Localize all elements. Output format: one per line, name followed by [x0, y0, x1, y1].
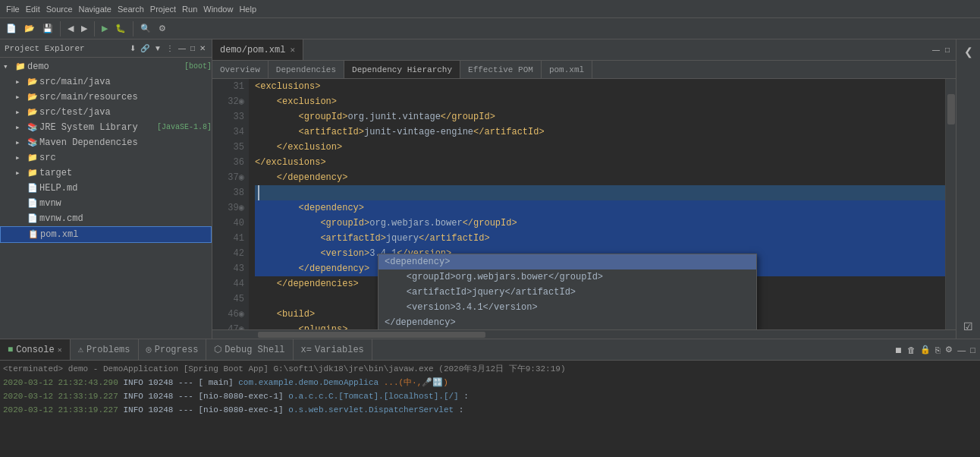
pom-tab-pom-xml[interactable]: pom.xml [542, 61, 592, 78]
console-tab-problems[interactable]: ⚠ Problems [71, 339, 139, 360]
console-tab-variables[interactable]: x= Variables [294, 339, 372, 360]
class-3: o.s.web.servlet.DispatcherServlet [288, 405, 458, 414]
tree-item-src-test-java[interactable]: ▸ 📂 src/test/java [0, 105, 212, 120]
autocomplete-item-2[interactable]: <artifactId>jquery</artifactId> [378, 285, 756, 300]
code-line-32: <exclusion> [255, 94, 945, 109]
chevron-right-icon7: ▸ [15, 166, 27, 180]
toolbar-back[interactable]: ◀ [64, 22, 77, 35]
tree-item-src-main-resources[interactable]: ▸ 📂 src/main/resources [0, 90, 212, 105]
editor-tab-controls: — □ [926, 39, 956, 60]
line-numbers: 31 32◉ 33 34 35 36 37◉ 38 39◉ 40 41 42 4… [212, 79, 249, 329]
tree-item-src[interactable]: ▸ 📁 src [0, 150, 212, 165]
progress-icon: ◎ [146, 344, 152, 355]
menu-window[interactable]: Window [200, 3, 236, 15]
tree-item-jre[interactable]: ▸ 📚 JRE System Library [JavaSE-1.8] [0, 120, 212, 135]
tree-item-pom[interactable]: 📋 pom.xml [0, 226, 212, 243]
top-menubar: File Edit Source Navigate Search Project… [0, 0, 980, 18]
toolbar-search[interactable]: 🔍 [137, 22, 154, 35]
console-copy[interactable]: ⎘ [934, 345, 942, 355]
toolbar-run[interactable]: ▶ [99, 22, 111, 35]
console-minimize[interactable]: — [956, 345, 967, 355]
editor-minimize[interactable]: — [931, 45, 941, 55]
editor-tab-bar: demo/pom.xml ✕ — □ [212, 39, 956, 61]
pom-tab-dependencies[interactable]: Dependencies [269, 61, 344, 78]
pom-tab-effective-pom[interactable]: Effective POM [460, 61, 542, 78]
sidebar-minimize[interactable]: — [177, 43, 187, 53]
timestamp-3: 2020-03-12 21:33:19.227 [3, 405, 123, 414]
console-tab-close[interactable]: ✕ [58, 345, 62, 355]
tree-item-mvnw[interactable]: 📄 mvnw [0, 196, 212, 211]
menu-source[interactable]: Source [43, 3, 76, 15]
menu-file[interactable]: File [3, 3, 23, 15]
h-scrollbar-thumb[interactable] [258, 332, 485, 338]
autocomplete-item-0[interactable]: <dependency> [378, 254, 756, 269]
autocomplete-popup[interactable]: <dependency> <groupId>org.webjars.bower<… [378, 254, 757, 329]
toolbar-gear[interactable]: ⚙ [155, 22, 169, 35]
ln-44: 44 [212, 276, 244, 292]
toolbar-forward[interactable]: ▶ [78, 22, 90, 35]
right-panel-expand[interactable]: ❮ [960, 43, 978, 61]
editor-tab-close[interactable]: ✕ [290, 45, 295, 55]
console-content: <terminated> demo - DemoApplication [Spr… [0, 361, 980, 457]
ln-40: 40 [212, 216, 244, 231]
tree-item-target[interactable]: ▸ 📁 target [0, 165, 212, 181]
tree-item-help[interactable]: 📄 HELP.md [0, 181, 212, 196]
project-folder-icon: 📁 [15, 60, 27, 74]
menu-navigate[interactable]: Navigate [76, 3, 115, 15]
editor-tab-pom[interactable]: demo/pom.xml ✕ [212, 39, 303, 60]
right-panel: ❮ ☑ [956, 39, 980, 339]
tree-label-src: src [39, 151, 212, 165]
variables-label: Variables [315, 345, 364, 355]
menu-project[interactable]: Project [147, 3, 179, 15]
menu-edit[interactable]: Edit [23, 3, 43, 15]
toolbar-debug[interactable]: 🐛 [112, 22, 129, 35]
ln-31: 31 [212, 79, 244, 94]
tree-item-src-main-java[interactable]: ▸ 📂 src/main/java [0, 74, 212, 90]
scrollbar-thumb[interactable] [947, 94, 955, 124]
tree-item-mvnw-cmd[interactable]: 📄 mvnw.cmd [0, 211, 212, 226]
editor-scrollbar[interactable] [945, 79, 956, 329]
ln-34: 34 [212, 124, 244, 140]
pom-tab-overview-label: Overview [220, 65, 260, 74]
tree-item-demo[interactable]: ▾ 📁 demo [boot] [0, 59, 212, 74]
console-log-2: 2020-03-12 21:33:19.227 INFO 10248 --- [… [3, 389, 977, 403]
autocomplete-item-1[interactable]: <groupId>org.webjars.bower</groupId> [378, 269, 756, 285]
autocomplete-item-4[interactable]: </dependency> [378, 315, 756, 329]
editor-maximize[interactable]: □ [944, 45, 951, 55]
toolbar-open[interactable]: 📂 [21, 22, 38, 35]
console-tab-progress[interactable]: ◎ Progress [139, 339, 207, 360]
console-maximize[interactable]: □ [969, 345, 977, 355]
menu-run[interactable]: Run [179, 3, 200, 15]
right-panel-checkbox[interactable]: ☑ [960, 317, 978, 336]
sidebar-header: Project Explorer ⬇ 🔗 ▼ ⋮ — □ ✕ [0, 39, 212, 58]
code-line-37: </dependency> [255, 170, 945, 185]
editor-area: demo/pom.xml ✕ — □ Overview Dependencies [212, 39, 956, 339]
menu-search[interactable]: Search [115, 3, 147, 15]
code-line-39: <dependency> [255, 200, 945, 216]
console-stop[interactable]: ⏹ [893, 345, 904, 355]
toolbar-new[interactable]: 📄 [3, 22, 20, 35]
console-settings[interactable]: ⚙ [944, 344, 954, 355]
pom-tab-dependency-hierarchy[interactable]: Dependency Hierarchy [344, 61, 460, 78]
console-clear[interactable]: 🗑 [906, 345, 917, 355]
sidebar-collapse-all[interactable]: ⬇ [128, 43, 137, 53]
sidebar-link[interactable]: 🔗 [139, 43, 151, 53]
sidebar-more[interactable]: ⋮ [165, 43, 175, 53]
sidebar-maximize[interactable]: □ [189, 43, 196, 53]
sidebar-filter[interactable]: ▼ [152, 43, 163, 53]
sidebar-close[interactable]: ✕ [198, 43, 207, 53]
tab-spacer [303, 39, 926, 60]
menu-help[interactable]: Help [236, 3, 259, 15]
console-tab-debug-shell[interactable]: ⬡ Debug Shell [206, 339, 293, 360]
autocomplete-item-3[interactable]: <version>3.4.1</version> [378, 300, 756, 315]
tree-badge-javase: [JavaSE-1.8] [157, 121, 212, 134]
class-2: o.a.c.c.C.[Tomcat].[localhost].[/] [288, 392, 463, 401]
horizontal-scrollbar[interactable] [212, 329, 956, 339]
tree-item-maven-deps[interactable]: ▸ 📚 Maven Dependencies [0, 135, 212, 150]
pom-tab-overview[interactable]: Overview [212, 61, 269, 78]
code-body[interactable]: <exclusions> <exclusion> <groupId>org.ju… [249, 79, 945, 329]
problems-label: Problems [86, 345, 130, 355]
console-scroll-lock[interactable]: 🔒 [919, 344, 932, 355]
toolbar-save[interactable]: 💾 [39, 22, 56, 35]
console-tab-console[interactable]: ■ Console ✕ [0, 339, 71, 360]
